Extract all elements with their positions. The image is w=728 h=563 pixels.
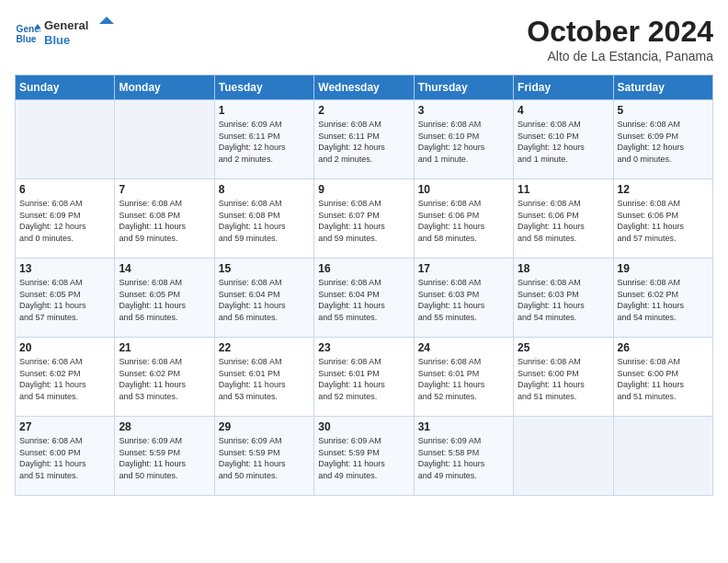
weekday-header: Thursday [414, 75, 513, 100]
calendar-cell: 18Sunrise: 6:08 AM Sunset: 6:03 PM Dayli… [514, 259, 613, 338]
calendar-cell: 14Sunrise: 6:08 AM Sunset: 6:05 PM Dayli… [115, 259, 214, 338]
calendar-cell [115, 100, 214, 179]
calendar-cell: 12Sunrise: 6:08 AM Sunset: 6:06 PM Dayli… [613, 179, 712, 259]
calendar-cell: 19Sunrise: 6:08 AM Sunset: 6:02 PM Dayli… [613, 259, 712, 338]
calendar-cell [514, 417, 613, 496]
day-content: Sunrise: 6:08 AM Sunset: 6:04 PM Dayligh… [219, 277, 310, 323]
logo: General Blue General Blue [15, 15, 118, 53]
day-number: 24 [418, 341, 509, 354]
day-number: 28 [119, 420, 210, 433]
calendar-week-row: 13Sunrise: 6:08 AM Sunset: 6:05 PM Dayli… [16, 259, 713, 338]
calendar-week-row: 1Sunrise: 6:09 AM Sunset: 6:11 PM Daylig… [16, 100, 713, 179]
day-number: 5 [618, 104, 709, 117]
day-number: 26 [618, 341, 709, 354]
day-content: Sunrise: 6:08 AM Sunset: 6:01 PM Dayligh… [219, 356, 310, 402]
calendar-cell: 26Sunrise: 6:08 AM Sunset: 6:00 PM Dayli… [613, 338, 712, 417]
calendar-cell: 21Sunrise: 6:08 AM Sunset: 6:02 PM Dayli… [115, 338, 214, 417]
day-content: Sunrise: 6:08 AM Sunset: 6:01 PM Dayligh… [418, 356, 509, 402]
day-content: Sunrise: 6:08 AM Sunset: 6:09 PM Dayligh… [618, 119, 709, 165]
day-content: Sunrise: 6:08 AM Sunset: 6:00 PM Dayligh… [618, 356, 709, 402]
calendar-cell: 20Sunrise: 6:08 AM Sunset: 6:02 PM Dayli… [16, 338, 115, 417]
day-content: Sunrise: 6:09 AM Sunset: 5:59 PM Dayligh… [219, 435, 310, 481]
calendar-cell [613, 417, 712, 496]
day-number: 22 [219, 341, 310, 354]
calendar-cell: 13Sunrise: 6:08 AM Sunset: 6:05 PM Dayli… [16, 259, 115, 338]
calendar-cell [16, 100, 115, 179]
calendar-cell: 15Sunrise: 6:08 AM Sunset: 6:04 PM Dayli… [214, 259, 313, 338]
calendar-cell: 3Sunrise: 6:08 AM Sunset: 6:10 PM Daylig… [414, 100, 513, 179]
calendar-cell: 7Sunrise: 6:08 AM Sunset: 6:08 PM Daylig… [115, 179, 214, 259]
calendar-cell: 8Sunrise: 6:08 AM Sunset: 6:08 PM Daylig… [214, 179, 313, 259]
day-number: 17 [418, 262, 509, 275]
calendar-cell: 2Sunrise: 6:08 AM Sunset: 6:11 PM Daylig… [314, 100, 414, 179]
day-number: 4 [518, 104, 609, 117]
calendar-week-row: 6Sunrise: 6:08 AM Sunset: 6:09 PM Daylig… [16, 179, 713, 259]
day-number: 1 [219, 104, 310, 117]
calendar-table: SundayMondayTuesdayWednesdayThursdayFrid… [15, 75, 713, 496]
day-number: 27 [19, 420, 110, 433]
day-number: 25 [518, 341, 609, 354]
day-number: 7 [119, 183, 210, 196]
day-number: 10 [418, 183, 509, 196]
weekday-header: Monday [115, 75, 214, 100]
day-content: Sunrise: 6:09 AM Sunset: 5:59 PM Dayligh… [119, 435, 210, 481]
calendar-cell: 23Sunrise: 6:08 AM Sunset: 6:01 PM Dayli… [314, 338, 414, 417]
day-content: Sunrise: 6:08 AM Sunset: 6:11 PM Dayligh… [318, 119, 409, 165]
day-content: Sunrise: 6:08 AM Sunset: 6:02 PM Dayligh… [618, 277, 709, 323]
day-content: Sunrise: 6:08 AM Sunset: 6:05 PM Dayligh… [119, 277, 210, 323]
day-number: 12 [618, 183, 709, 196]
svg-text:General: General [44, 18, 88, 32]
day-content: Sunrise: 6:08 AM Sunset: 6:02 PM Dayligh… [19, 356, 110, 402]
calendar-week-row: 20Sunrise: 6:08 AM Sunset: 6:02 PM Dayli… [16, 338, 713, 417]
day-content: Sunrise: 6:08 AM Sunset: 6:06 PM Dayligh… [418, 198, 509, 244]
day-content: Sunrise: 6:08 AM Sunset: 6:08 PM Dayligh… [119, 198, 210, 244]
weekday-header: Saturday [613, 75, 712, 100]
calendar-cell: 24Sunrise: 6:08 AM Sunset: 6:01 PM Dayli… [414, 338, 513, 417]
day-number: 19 [618, 262, 709, 275]
day-number: 2 [318, 104, 409, 117]
day-content: Sunrise: 6:08 AM Sunset: 6:10 PM Dayligh… [418, 119, 509, 165]
svg-text:Blue: Blue [17, 34, 37, 44]
calendar-cell: 16Sunrise: 6:08 AM Sunset: 6:04 PM Dayli… [314, 259, 414, 338]
day-number: 29 [219, 420, 310, 433]
day-content: Sunrise: 6:08 AM Sunset: 6:08 PM Dayligh… [219, 198, 310, 244]
day-content: Sunrise: 6:08 AM Sunset: 6:03 PM Dayligh… [418, 277, 509, 323]
calendar-cell: 1Sunrise: 6:09 AM Sunset: 6:11 PM Daylig… [214, 100, 313, 179]
calendar-cell: 9Sunrise: 6:08 AM Sunset: 6:07 PM Daylig… [314, 179, 414, 259]
calendar-cell: 29Sunrise: 6:09 AM Sunset: 5:59 PM Dayli… [214, 417, 313, 496]
day-number: 13 [19, 262, 110, 275]
day-number: 31 [418, 420, 509, 433]
calendar-cell: 5Sunrise: 6:08 AM Sunset: 6:09 PM Daylig… [613, 100, 712, 179]
day-number: 30 [318, 420, 409, 433]
day-number: 18 [518, 262, 609, 275]
calendar-cell: 4Sunrise: 6:08 AM Sunset: 6:10 PM Daylig… [514, 100, 613, 179]
month-title: October 2024 [527, 15, 713, 49]
calendar-cell: 25Sunrise: 6:08 AM Sunset: 6:00 PM Dayli… [514, 338, 613, 417]
day-number: 14 [119, 262, 210, 275]
weekday-header: Wednesday [314, 75, 414, 100]
day-content: Sunrise: 6:08 AM Sunset: 6:06 PM Dayligh… [618, 198, 709, 244]
day-content: Sunrise: 6:08 AM Sunset: 6:00 PM Dayligh… [19, 435, 110, 481]
day-content: Sunrise: 6:09 AM Sunset: 6:11 PM Dayligh… [219, 119, 310, 165]
day-number: 6 [19, 183, 110, 196]
svg-text:Blue: Blue [44, 33, 70, 47]
calendar-cell: 31Sunrise: 6:09 AM Sunset: 5:58 PM Dayli… [414, 417, 513, 496]
calendar-week-row: 27Sunrise: 6:08 AM Sunset: 6:00 PM Dayli… [16, 417, 713, 496]
day-number: 15 [219, 262, 310, 275]
calendar-cell: 11Sunrise: 6:08 AM Sunset: 6:06 PM Dayli… [514, 179, 613, 259]
day-content: Sunrise: 6:08 AM Sunset: 6:03 PM Dayligh… [518, 277, 609, 323]
day-content: Sunrise: 6:08 AM Sunset: 6:01 PM Dayligh… [318, 356, 409, 402]
calendar-cell: 17Sunrise: 6:08 AM Sunset: 6:03 PM Dayli… [414, 259, 513, 338]
calendar-cell: 28Sunrise: 6:09 AM Sunset: 5:59 PM Dayli… [115, 417, 214, 496]
day-content: Sunrise: 6:08 AM Sunset: 6:02 PM Dayligh… [119, 356, 210, 402]
day-content: Sunrise: 6:08 AM Sunset: 6:10 PM Dayligh… [518, 119, 609, 165]
day-content: Sunrise: 6:09 AM Sunset: 5:59 PM Dayligh… [318, 435, 409, 481]
day-number: 3 [418, 104, 509, 117]
day-number: 16 [318, 262, 409, 275]
day-number: 8 [219, 183, 310, 196]
day-number: 9 [318, 183, 409, 196]
calendar-header-row: SundayMondayTuesdayWednesdayThursdayFrid… [16, 75, 713, 100]
calendar-cell: 22Sunrise: 6:08 AM Sunset: 6:01 PM Dayli… [214, 338, 313, 417]
day-content: Sunrise: 6:08 AM Sunset: 6:04 PM Dayligh… [318, 277, 409, 323]
weekday-header: Tuesday [214, 75, 313, 100]
